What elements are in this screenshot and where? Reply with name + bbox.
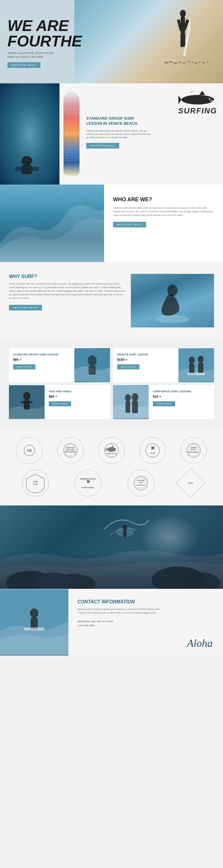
logo-kids-surf: Kids Surf Shop Professional (127, 470, 154, 497)
svg-point-12 (187, 61, 190, 62)
kids-lesson-img-icon (9, 385, 45, 419)
aloha-text: Aloha (187, 637, 213, 650)
svg-point-7 (164, 62, 169, 63)
hero-section: WE ARE FOURTHE Surfing Lessons Perth, pr… (0, 0, 223, 83)
logos-row-2: Surf Club SURFING SCHOOL ✕ Professional … (9, 470, 214, 497)
logo-vs: VS (16, 437, 43, 464)
svg-point-18 (22, 156, 32, 165)
hero-beach-bg (74, 0, 223, 83)
svg-point-10 (178, 62, 181, 63)
who-content-box: WHO ARE WE? SouthCal Surf Lessons starte… (104, 185, 223, 262)
surfing-section: RoT (0, 83, 223, 185)
surfing-right-content: SURFING STANDARD GROUP SURF LESSON IN VE… (83, 83, 223, 185)
lesson-standard-title: STANDARD GROUP SURF LESSON (13, 353, 70, 356)
svg-text:✕: ✕ (86, 479, 90, 484)
svg-point-51 (125, 394, 131, 401)
why-image (131, 274, 214, 328)
x-club-logo-icon: ✕ CLUB (145, 443, 160, 458)
svg-point-42 (198, 356, 204, 363)
svg-point-24 (209, 98, 210, 100)
svg-point-94 (30, 609, 38, 618)
svg-text:Surf: Surf (33, 481, 38, 483)
shark-logo-area: SURFING (178, 89, 217, 115)
lesson-corporate-btn[interactable]: READ MORE (153, 401, 175, 406)
svg-point-35 (156, 315, 189, 323)
contact-title: CONTACT INFORMATION (77, 599, 214, 604)
lessons-grid: STANDARD GROUP SURF LESSON $80 + READ MO… (9, 348, 214, 419)
svg-point-8 (169, 61, 173, 63)
who-title: WHO ARE WE? (113, 196, 214, 203)
svg-text:✕: ✕ (150, 445, 155, 451)
shark-icon (178, 89, 217, 106)
svg-point-13 (191, 62, 194, 63)
surfing-left-image (0, 83, 60, 185)
svg-point-16 (202, 62, 205, 63)
why-section: WHY SURF? Plenty of surfers start their … (0, 262, 223, 339)
hero-title: WE ARE FOURTHE (7, 18, 82, 49)
corporate-lesson-img-icon (113, 385, 149, 419)
surfing-school-logo-icon: SURFING SCHOOL Professional (186, 443, 201, 458)
svg-point-34 (168, 285, 178, 296)
svg-rect-20 (15, 167, 39, 171)
svg-marker-23 (199, 91, 205, 95)
who-read-more-button[interactable]: READ MORE ABOUT (113, 222, 146, 227)
logo-diamond: surf (180, 473, 201, 494)
hero-read-more-button[interactable]: READ MORE ABOUT (7, 62, 40, 68)
contact-description: Would you like to book us quickly and sc… (77, 608, 160, 615)
rot-label: RoT (65, 130, 78, 138)
svg-rect-54 (132, 401, 138, 413)
svg-text:Professional: Professional (65, 451, 76, 453)
hero-content: WE ARE FOURTHE Surfing Lessons Perth, pr… (7, 18, 82, 68)
logo-x-club: ✕ CLUB (139, 437, 166, 464)
who-image (0, 185, 104, 262)
surf-shop-logo-icon: Surf Surf Shop Surf Professional (63, 443, 78, 458)
svg-point-71 (188, 445, 199, 456)
lesson-corporate-image (113, 385, 149, 419)
lesson-private-btn[interactable]: READ MORE (117, 364, 140, 369)
surfing-description: Taking a standard group surf lesson in V… (86, 129, 152, 139)
svg-text:Shop: Shop (139, 482, 143, 484)
svg-point-53 (132, 393, 138, 401)
svg-text:VS: VS (27, 448, 32, 453)
svg-point-14 (195, 63, 198, 64)
svg-rect-43 (198, 363, 203, 373)
lesson-corporate-title: CORPORATE SURF LESSONS (153, 390, 210, 394)
svg-rect-41 (189, 364, 194, 374)
vs-logo-icon: VS (24, 444, 35, 456)
lesson-card-standard: STANDARD GROUP SURF LESSON $80 + READ MO… (9, 348, 110, 382)
svg-rect-96 (24, 627, 45, 630)
lesson-private-image (178, 348, 214, 382)
why-read-more-button[interactable]: READ MORE ABOUT (9, 305, 42, 310)
svg-text:Shop Surf: Shop Surf (66, 449, 75, 451)
surfing-section-title: STANDARD GROUP SURF LESSON IN VENICE BEA… (86, 116, 146, 126)
lesson-card-kids: KIDS AND FAMILY $80 + READ MORE (9, 385, 110, 419)
contact-address: 350 5th Ave, New York, NY 10118 1 212-73… (77, 619, 214, 628)
why-content: WHY SURF? Plenty of surfers start their … (9, 274, 131, 328)
lesson-kids-btn[interactable]: READ MORE (49, 401, 71, 406)
svg-point-63 (107, 447, 116, 452)
svg-text:Club: Club (33, 483, 37, 485)
who-section: WHO ARE WE? SouthCal Surf Lessons starte… (0, 185, 223, 262)
contact-image (0, 589, 68, 655)
action-surfer-icon (131, 274, 214, 328)
svg-point-37 (88, 355, 97, 366)
surfing-school-2-logo-icon: SURFING SCHOOL ✕ Professional (76, 476, 100, 491)
svg-rect-38 (88, 366, 96, 375)
lesson-standard-btn[interactable]: READ MORE (13, 364, 35, 369)
hero-image (74, 0, 223, 83)
svg-rect-48 (21, 401, 24, 403)
svg-text:SURFING: SURFING (191, 447, 197, 448)
why-description: Plenty of surfers start their morning in… (9, 282, 125, 300)
kids-surf-logo-icon: Kids Surf Shop Professional (134, 476, 148, 491)
lesson-private-price: $150 + (117, 358, 174, 361)
lesson-card-corporate: CORPORATE SURF LESSONS $10 + READ MORE (113, 385, 214, 419)
svg-text:surf club: surf club (107, 453, 116, 455)
lesson-standard-image (74, 348, 110, 382)
logo-surfing-school: SURFING SCHOOL Professional (180, 437, 207, 464)
svg-point-70 (187, 443, 200, 457)
surfing-read-more-button[interactable]: READ MORE ABOUT (86, 143, 119, 149)
lesson-kids-image (9, 385, 45, 419)
surfer-water-silhouette-icon (9, 149, 45, 179)
svg-rect-26 (212, 100, 213, 101)
surfboard-icon: RoT (63, 92, 80, 176)
